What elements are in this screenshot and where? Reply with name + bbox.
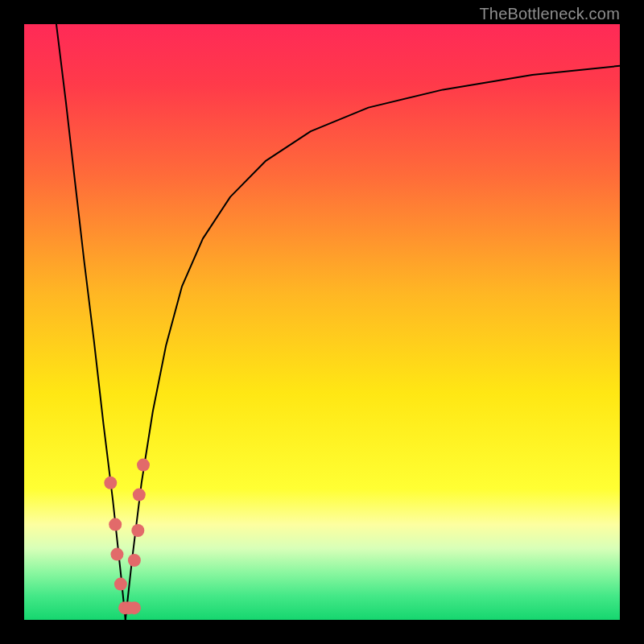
marker-dot [128, 554, 141, 567]
marker-dot [131, 524, 144, 537]
highlight-markers [104, 459, 150, 615]
plot-area [24, 24, 620, 620]
marker-dot [104, 477, 117, 489]
marker-dot [128, 601, 141, 614]
marker-dot [133, 489, 146, 502]
marker-dot [114, 578, 127, 591]
marker-dot [137, 459, 150, 472]
curve-layer [24, 24, 620, 620]
watermark-text: TheBottleneck.com [479, 5, 620, 23]
chart-frame: TheBottleneck.com [0, 0, 644, 644]
marker-dot [110, 548, 123, 561]
marker-dot [109, 518, 122, 531]
curve-right-branch [126, 66, 620, 620]
